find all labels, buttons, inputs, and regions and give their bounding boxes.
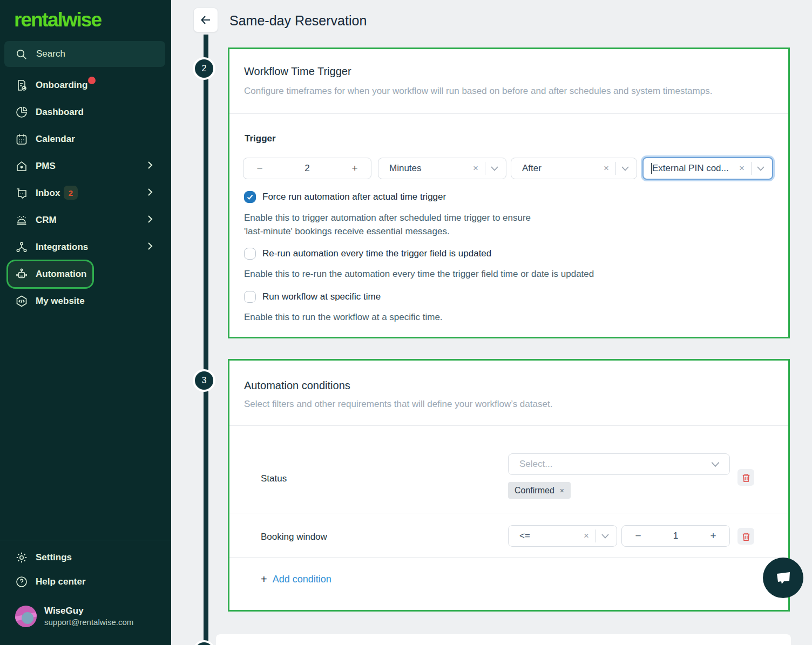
notification-dot (88, 77, 96, 84)
automation-conditions-card: Automation conditions Select filters and… (228, 359, 790, 612)
sidebar-item-inbox[interactable]: Inbox 2 (0, 180, 171, 207)
status-select[interactable]: Select... (508, 453, 730, 475)
booking-window-value-stepper[interactable]: − 1 + (621, 525, 730, 547)
booking-window-label: Booking window (261, 532, 327, 542)
chip-remove-icon[interactable]: × (560, 486, 564, 495)
rerun-checkbox[interactable]: Re-run automation every time the trigger… (244, 248, 491, 260)
service-bell-icon (15, 214, 28, 227)
minus-button[interactable]: − (633, 530, 644, 542)
clear-icon[interactable]: × (581, 531, 591, 541)
sidebar-item-automation[interactable]: Automation (0, 261, 171, 288)
sidebar-item-onboarding[interactable]: Onboarding (0, 72, 171, 99)
search-label: Search (36, 49, 65, 59)
checkbox-label: Force run automation after actual time t… (262, 192, 446, 202)
chevron-down-icon[interactable] (710, 459, 729, 470)
chevron-right-icon (146, 215, 154, 226)
help-text: Enable this to re-run the automation eve… (244, 267, 622, 281)
unit-value: Minutes (378, 163, 471, 174)
field-value: External PIN cod... (644, 163, 737, 174)
sidebar-item-dashboard[interactable]: Dashboard (0, 99, 171, 126)
avatar (15, 606, 37, 627)
pie-chart-icon (15, 106, 28, 119)
section-title: Workflow Time Trigger (244, 65, 351, 78)
checkbox-checked-icon[interactable] (244, 191, 256, 203)
status-chip-confirmed[interactable]: Confirmed × (508, 482, 571, 499)
chevron-down-icon[interactable] (756, 164, 772, 173)
text-cursor (651, 163, 652, 174)
unit-select[interactable]: Minutes × (378, 158, 506, 179)
user-account[interactable]: WiseGuy support@rentalwise.com (0, 603, 171, 632)
section-subtitle: Select filters and other requirements th… (244, 399, 552, 410)
sidebar-item-my-website[interactable]: My website (0, 288, 171, 315)
house-heart-icon (15, 160, 28, 173)
rentalwise-logo: rentalwise (14, 9, 101, 31)
select-placeholder: Select... (509, 459, 710, 470)
divider (229, 557, 788, 558)
trash-icon (741, 532, 751, 541)
add-condition-button[interactable]: + Add condition (261, 573, 331, 586)
chevron-right-icon (146, 161, 154, 172)
help-text: Enable this to trigger automation after … (244, 211, 533, 238)
plus-button[interactable]: + (349, 162, 360, 174)
trash-icon (741, 473, 751, 483)
checkbox-unchecked-icon[interactable] (244, 248, 256, 260)
clear-icon[interactable]: × (471, 163, 481, 174)
operator-value: <= (509, 531, 581, 541)
arrow-left-icon (199, 13, 212, 26)
chevron-down-icon[interactable] (620, 164, 637, 173)
minus-button[interactable]: − (254, 162, 265, 174)
workflow-time-trigger-card: Workflow Time Trigger Configure timefram… (228, 47, 790, 338)
checkbox-label: Re-run automation every time the trigger… (262, 248, 491, 259)
trigger-amount-stepper[interactable]: − 2 + (243, 158, 371, 179)
search-icon (15, 48, 28, 60)
sidebar-item-integrations[interactable]: Integrations (0, 234, 171, 261)
section-title: Automation conditions (244, 379, 350, 392)
calendar-icon (15, 133, 28, 146)
direction-select[interactable]: After × (511, 158, 637, 179)
booking-window-value: 1 (673, 531, 678, 541)
step-node-3: 3 (193, 369, 215, 392)
question-circle-icon (15, 575, 28, 588)
trigger-field-select[interactable]: External PIN cod... × (642, 157, 773, 180)
sidebar-item-help-center[interactable]: Help center (0, 569, 171, 594)
delete-status-condition-button[interactable] (737, 469, 754, 486)
sidebar-item-label: Automation (36, 269, 86, 280)
chat-widget-button[interactable] (763, 558, 803, 598)
main-content: Same-day Reservation 2 3 Workflow Time T… (171, 0, 812, 645)
sidebar-item-label: Inbox (36, 188, 60, 199)
chevron-down-icon[interactable] (600, 531, 617, 541)
clear-icon[interactable]: × (737, 163, 747, 174)
workflow-timeline (204, 35, 208, 645)
user-email: support@rentalwise.com (44, 617, 133, 627)
divider (485, 162, 485, 175)
code-hexagon-icon (15, 295, 28, 308)
page-title: Same-day Reservation (229, 13, 367, 29)
document-check-icon (15, 79, 28, 92)
booking-window-operator-select[interactable]: <= × (508, 525, 617, 547)
force-run-checkbox[interactable]: Force run automation after actual time t… (244, 191, 446, 203)
chevron-down-icon[interactable] (490, 164, 506, 173)
sidebar-item-pms[interactable]: PMS (0, 153, 171, 180)
sidebar-item-settings[interactable]: Settings (0, 545, 171, 570)
step-node-2: 2 (193, 57, 215, 80)
plus-icon: + (261, 573, 267, 586)
chevron-right-icon (146, 188, 154, 199)
chat-bubble-icon (773, 567, 794, 589)
sidebar-item-calendar[interactable]: Calendar (0, 126, 171, 153)
sidebar-item-crm[interactable]: CRM (0, 207, 171, 234)
sidebar: rentalwise Search Onboarding Dashboard (0, 0, 171, 645)
help-text: Enable this to run the workflow at a spe… (244, 310, 622, 324)
sidebar-item-label: Calendar (36, 134, 75, 145)
back-button[interactable] (193, 8, 218, 32)
step-node-4 (193, 640, 215, 645)
chevron-right-icon (146, 242, 154, 253)
plus-button[interactable]: + (708, 530, 719, 542)
search-input[interactable]: Search (4, 41, 165, 67)
section-subtitle: Configure timeframes for when your workf… (244, 86, 712, 97)
specific-time-checkbox[interactable]: Run workflow at specific time (244, 291, 381, 303)
amount-value: 2 (304, 163, 309, 174)
clear-icon[interactable]: × (601, 163, 611, 174)
delete-booking-window-condition-button[interactable] (737, 528, 754, 545)
checkbox-unchecked-icon[interactable] (244, 291, 256, 303)
divider (229, 513, 788, 513)
